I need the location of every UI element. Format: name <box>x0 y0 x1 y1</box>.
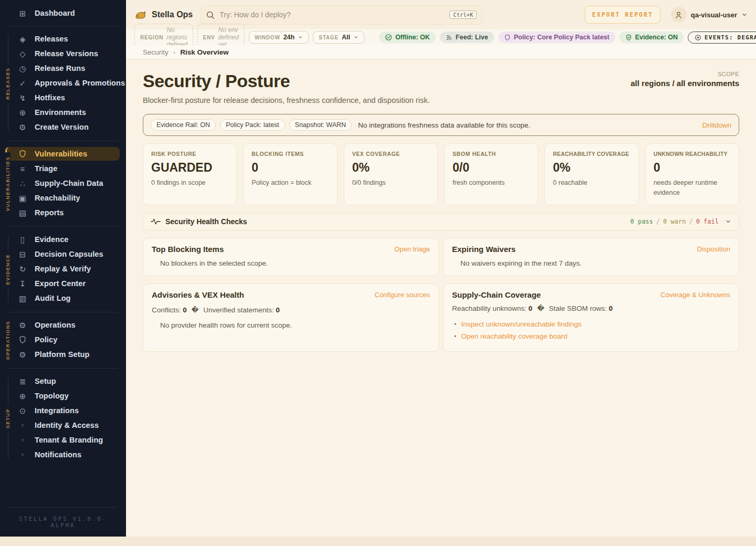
sidebar-item-policy[interactable]: Policy <box>5 333 120 346</box>
hedgehog-logo <box>134 10 147 20</box>
region-label: REGION <box>140 35 163 40</box>
metric-value: 0% <box>352 161 429 175</box>
card-body-text: No blockers in the selected scope. <box>160 259 430 267</box>
env-label: ENV <box>203 35 215 40</box>
rss-icon <box>446 34 453 41</box>
sidebar-item-replay-verify[interactable]: ↻ Replay & Verify <box>5 262 120 276</box>
sidebar-item-reports[interactable]: ▤ Reports <box>5 206 120 219</box>
configure-sources-link[interactable]: Configure sources <box>375 291 430 299</box>
sidebar-item-integrations[interactable]: ⊙ Integrations <box>5 404 120 417</box>
sidebar-group-vulnerabilities: VULNERABILITIES Vulnerabilities ≡ Triage… <box>0 146 126 222</box>
inspect-unknown-findings-link[interactable]: Inspect unknown/unreachable findings <box>461 318 582 331</box>
sidebar-item-topology[interactable]: ⊕ Topology <box>5 389 120 403</box>
breadcrumb: Security › Risk Overview <box>126 45 756 59</box>
policy-status-pill: Policy: Core Policy Pack latest <box>498 32 615 43</box>
sidebar-item-reachability[interactable]: ▣ Reachability <box>5 191 120 205</box>
export-report-button[interactable]: EXPORT REPORT <box>585 6 660 24</box>
offline-status-pill: Offline: OK <box>379 32 436 43</box>
metric-label: RISK POSTURE <box>151 151 228 157</box>
sidebar-item-identity-access[interactable]: ○ Identity & Access <box>5 418 120 432</box>
sidebar-item-create-version[interactable]: ⚙ Create Version <box>5 120 120 134</box>
sidebar-item-release-runs[interactable]: ◷ Release Runs <box>5 61 120 75</box>
stat-value: 0 <box>276 306 280 314</box>
security-health-checks-toggle[interactable]: Security Health Checks 0 pass / 0 warn /… <box>143 213 739 230</box>
search-icon <box>206 10 215 19</box>
expiring-waivers-card: Expiring Waivers Disposition No waivers … <box>443 238 739 276</box>
stat-label: Conflicts: <box>152 306 181 314</box>
divider <box>8 26 118 26</box>
health-checks-title: Security Health Checks <box>165 217 247 226</box>
sidebar-item-releases[interactable]: ◈ Releases <box>5 32 120 46</box>
coverage-unknowns-link[interactable]: Coverage & Unknowns <box>660 291 730 299</box>
sidebar-item-operations[interactable]: ⚙ Operations <box>5 318 120 332</box>
sidebar-item-decision-capsules[interactable]: ⊟ Decision Capsules <box>5 247 120 261</box>
sidebar-item-label: Reports <box>35 208 64 217</box>
sidebar-group-evidence: EVIDENCE ▯ Evidence ⊟ Decision Capsules … <box>0 232 126 307</box>
card-title: Expiring Waivers <box>452 245 516 254</box>
gear-icon: ⚙ <box>18 321 27 329</box>
metric-value: 0 <box>251 161 329 175</box>
sidebar-group-setup: SETUP ≣ Setup ⊕ Topology ⊙ Integrations … <box>0 373 126 464</box>
stat-label: Stale SBOM rows: <box>549 304 607 312</box>
share-nodes-icon: ∴ <box>18 180 27 187</box>
card-title: Top Blocking Items <box>152 245 224 254</box>
sidebar-item-hotfixes[interactable]: ↯ Hotfixes <box>5 91 120 104</box>
sidebar-item-setup[interactable]: ≣ Setup <box>5 374 120 388</box>
open-triage-link[interactable]: Open triage <box>394 245 430 253</box>
window-filter[interactable]: WINDOW 24h <box>249 31 309 44</box>
drilldown-link[interactable]: Drilldown <box>702 121 731 129</box>
user-menu[interactable]: qa-visual-user <box>671 7 748 23</box>
sidebar-item-label: Audit Log <box>35 294 71 302</box>
list-item: • Open reachability coverage board <box>454 330 730 343</box>
events-status-pill[interactable]: EVENTS: DEGRADED <box>688 32 756 44</box>
stat-separator: � <box>192 306 199 314</box>
breadcrumb-separator: › <box>173 48 176 56</box>
sidebar-item-approvals-promotions[interactable]: ✓ Approvals & Promotions <box>5 76 120 90</box>
sidebar-item-label: Dashboard <box>35 9 75 17</box>
supply-stats: Reachability unknowns: 0 � Stale SBOM ro… <box>452 304 730 312</box>
sidebar-item-export-center[interactable]: ↧ Export Center <box>5 277 120 290</box>
sidebar-item-supply-chain-data[interactable]: ∴ Supply-Chain Data <box>5 176 120 190</box>
package-outline-icon: ◇ <box>18 50 27 58</box>
chevron-down-icon <box>298 35 303 40</box>
sidebar-item-release-versions[interactable]: ◇ Release Versions <box>5 47 120 60</box>
chevron-down-icon <box>741 12 748 18</box>
metric-unknown-reachability: UNKNOWN REACHABILITY 0 needs deeper runt… <box>645 143 739 205</box>
feed-status-pill: Feed: Live <box>440 32 494 43</box>
sidebar-item-tenant-branding[interactable]: ○ Tenant & Branding <box>5 433 120 447</box>
sidebar-item-label: Triage <box>35 164 57 173</box>
shortcut-hint: Ctrl+K <box>449 10 477 19</box>
sidebar-item-dashboard[interactable]: ⊞ Dashboard <box>5 6 120 20</box>
sidebar-item-vulnerabilities[interactable]: Vulnerabilities <box>5 147 120 161</box>
sidebar-item-label: Evidence <box>35 235 68 244</box>
open-reachability-board-link[interactable]: Open reachability coverage board <box>461 330 568 343</box>
lightning-icon: ↯ <box>18 94 27 102</box>
sidebar-item-environments[interactable]: ⊕ Environments <box>5 106 120 119</box>
app: ⊞ Dashboard RELEASES ◈ Releases ◇ Releas… <box>0 0 756 537</box>
refresh-icon: ↻ <box>18 265 27 273</box>
stage-label: STAGE <box>319 35 339 40</box>
sidebar-item-triage[interactable]: ≡ Triage <box>5 162 120 175</box>
sidebar-item-audit-log[interactable]: ▥ Audit Log <box>5 291 120 305</box>
sidebar-item-notifications[interactable]: ○ Notifications <box>5 448 120 461</box>
sidebar-item-evidence[interactable]: ▯ Evidence <box>5 233 120 246</box>
sidebar-item-platform-setup[interactable]: ⚙ Platform Setup <box>5 348 120 361</box>
metric-label: REACHABILITY COVERAGE <box>553 151 630 157</box>
stat-value: 0 <box>609 304 613 312</box>
metric-sub: 0 reachable <box>553 178 630 188</box>
circle-bullet-icon: ○ <box>18 423 27 428</box>
cpu-icon: ▣ <box>18 194 27 202</box>
metric-vex-coverage: VEX COVERAGE 0% 0/0 findings <box>344 143 438 205</box>
sidebar-item-label: Approvals & Promotions <box>35 79 125 87</box>
search-input[interactable] <box>219 10 445 19</box>
list-item: • Inspect unknown/unreachable findings <box>454 318 730 331</box>
metric-reachability-coverage: REACHABILITY COVERAGE 0% 0 reachable <box>544 143 638 205</box>
stage-filter[interactable]: STAGE All <box>313 31 364 44</box>
disposition-link[interactable]: Disposition <box>697 245 730 253</box>
circle-bullet-icon: ○ <box>18 438 27 443</box>
app-version: STELLA OPS V1.0.0-ALPHA <box>8 507 118 537</box>
breadcrumb-security[interactable]: Security <box>143 48 169 56</box>
sidebar-item-label: Vulnerabilities <box>35 150 87 158</box>
group-label-evidence: EVIDENCE <box>5 250 10 289</box>
sidebar-item-label: Operations <box>35 321 76 329</box>
